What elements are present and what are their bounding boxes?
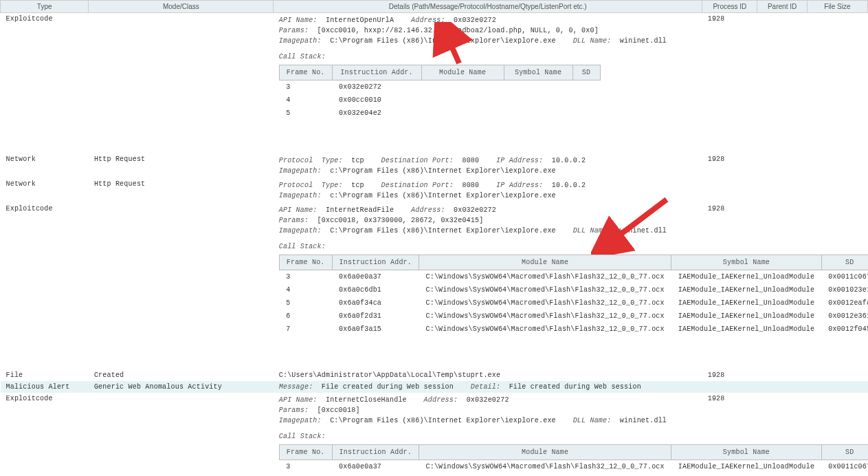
api-name-value: InternetReadFile <box>326 206 394 214</box>
protocol-type-value: tcp <box>351 157 364 164</box>
ip-label: IP Address: <box>496 182 543 189</box>
stack-h-module: Module Name <box>419 445 671 460</box>
stack-frame: 3 <box>279 80 332 94</box>
type-cell: Exploitcode <box>1 393 89 476</box>
ip-value: 10.0.0.2 <box>552 157 586 164</box>
fsize-cell <box>807 13 867 127</box>
col-pid[interactable]: Process ID <box>702 1 757 13</box>
params-value: [0xcc0018, 0x3730000, 28672, 0x32e0415] <box>318 217 484 224</box>
dll-label: DLL Name: <box>573 227 612 235</box>
stack-h-sd: SD <box>572 65 600 80</box>
mode-cell: Created <box>89 369 274 381</box>
detail-label: Detail: <box>471 383 500 391</box>
stack-h-symbol: Symbol Name <box>504 65 572 80</box>
stack-frame: 4 <box>279 283 332 296</box>
mode-cell <box>89 13 274 127</box>
event-row-alert[interactable]: Malicious Alert Generic Web Anomalous Ac… <box>1 381 868 393</box>
stack-row: 40x6a0c6db1C:\Windows\SysWOW64\Macromed\… <box>279 283 868 296</box>
stack-module: C:\Windows\SysWOW64\Macromed\Flash\Flash… <box>419 323 671 336</box>
imagepath-value: C:\Program Files (x86)\Internet Explorer… <box>330 37 556 45</box>
col-fsize[interactable]: File Size <box>807 1 867 13</box>
event-row[interactable]: Network Http Request Protocol Type: tcp … <box>1 178 868 203</box>
type-cell: File <box>1 369 89 381</box>
dest-port-value: 8080 <box>462 182 479 189</box>
callstack-table: Frame No. Instruction Addr. Module Name … <box>279 65 601 120</box>
stack-instr: 0x6a0f3a15 <box>332 323 419 336</box>
stack-sd: 0x0012e361 <box>821 310 868 323</box>
pid-cell: 1928 <box>702 369 757 381</box>
event-row[interactable]: Exploitcode API Name: InternetCloseHandl… <box>1 393 868 476</box>
type-cell: Network <box>1 153 89 178</box>
details-cell: API Name: InternetReadFile Address: 0x03… <box>274 203 702 342</box>
stack-frame: 7 <box>279 323 332 336</box>
imagepath-value: c:\Program Files (x86)\Internet Explorer… <box>330 192 556 199</box>
address-value: 0x032e0272 <box>454 17 496 24</box>
event-row[interactable]: Exploitcode API Name: InternetReadFile A… <box>1 203 868 342</box>
stack-instr: 0x6a0e0a37 <box>332 460 419 474</box>
params-value: [0xcc0018] <box>318 407 360 414</box>
mode-cell <box>89 203 274 342</box>
api-name-label: API Name: <box>279 17 318 24</box>
protocol-label: Protocol <box>279 182 313 189</box>
params-label: Params: <box>279 27 309 34</box>
details-cell: Protocol Type: tcp Destination Port: 808… <box>274 153 702 178</box>
address-label: Address: <box>411 206 445 214</box>
params-value: [0xcc0010, hxxp://82.146.32.54/noadboa2/… <box>318 27 599 34</box>
dest-port-value: 8080 <box>462 157 479 164</box>
stack-frame: 6 <box>279 310 332 323</box>
details-cell: Message: File created during Web session… <box>274 381 702 393</box>
imagepath-label: Imagepath: <box>279 167 322 175</box>
pid-cell <box>702 381 757 393</box>
mode-cell: Http Request <box>89 153 274 178</box>
type-cell: Exploitcode <box>1 203 89 342</box>
stack-symbol: IAEModule_IAEKernel_UnloadModule <box>671 460 821 474</box>
mode-cell: Http Request <box>89 178 274 203</box>
stack-instr: 0x6a0c6db1 <box>332 283 419 296</box>
address-value: 0x032e0272 <box>467 396 509 404</box>
stack-h-frame: Frame No. <box>279 255 332 270</box>
stack-module: C:\Windows\SysWOW64\Macromed\Flash\Flash… <box>419 310 671 323</box>
protocol-type-value: tcp <box>351 182 364 189</box>
dll-label: DLL Name: <box>573 417 612 424</box>
stack-sd: 0x001023e1 <box>821 283 868 296</box>
col-mode[interactable]: Mode/Class <box>89 1 274 13</box>
stack-sd: 0x0011c067 <box>821 460 868 474</box>
callstack-label: Call Stack: <box>279 431 697 442</box>
imagepath-value: C:\Program Files (x86)\Internet Explorer… <box>330 227 556 235</box>
stack-frame: 5 <box>279 296 332 310</box>
event-row[interactable]: File Created C:\Users\Administrator\AppD… <box>1 369 868 381</box>
address-label: Address: <box>411 17 445 24</box>
col-type[interactable]: Type <box>1 1 89 13</box>
stack-sd: 0x0012f045 <box>821 323 868 336</box>
details-cell: C:\Users\Administrator\AppData\Local\Tem… <box>274 369 702 381</box>
stack-module: C:\Windows\SysWOW64\Macromed\Flash\Flash… <box>419 296 671 310</box>
stack-row: 30x6a0e0a37C:\Windows\SysWOW64\Macromed\… <box>279 460 868 474</box>
details-cell: API Name: InternetOpenUrlA Address: 0x03… <box>274 13 702 127</box>
details-cell: API Name: InternetCloseHandle Address: 0… <box>274 393 702 476</box>
stack-module: C:\Windows\SysWOW64\Macromed\Flash\Flash… <box>419 270 671 284</box>
col-details[interactable]: Details (Path/Message/Protocol/Hostname/… <box>274 1 702 13</box>
event-row[interactable]: Network Http Request Protocol Type: tcp … <box>1 153 868 178</box>
stack-module: C:\Windows\SysWOW64\Macromed\Flash\Flash… <box>419 460 671 474</box>
callstack-label: Call Stack: <box>279 241 697 252</box>
stack-row: 30x032e0272 <box>279 80 600 94</box>
stack-h-instr: Instruction Addr. <box>332 65 421 80</box>
stack-symbol: IAEModule_IAEKernel_UnloadModule <box>671 296 821 310</box>
stack-frame: 3 <box>279 460 332 474</box>
stack-row: 50x032e04e2 <box>279 107 600 120</box>
mode-cell: Generic Web Anomalous Activity <box>89 381 274 393</box>
imagepath-label: Imagepath: <box>279 227 322 235</box>
col-ppid[interactable]: Parent ID <box>757 1 807 13</box>
stack-instr: 0x6a0f2d31 <box>332 310 419 323</box>
event-row[interactable]: Exploitcode API Name: InternetOpenUrlA A… <box>1 13 868 127</box>
details-cell: Protocol Type: tcp Destination Port: 808… <box>274 178 702 203</box>
stack-symbol: IAEModule_IAEKernel_UnloadModule <box>671 270 821 284</box>
imagepath-label: Imagepath: <box>279 417 322 424</box>
protocol-type-label: Type: <box>322 182 343 189</box>
stack-sd: 0x0011c067 <box>821 270 868 284</box>
params-label: Params: <box>279 217 309 224</box>
params-label: Params: <box>279 407 309 414</box>
stack-frame: 4 <box>279 94 332 107</box>
pid-cell <box>702 178 757 203</box>
message-label: Message: <box>279 383 313 391</box>
